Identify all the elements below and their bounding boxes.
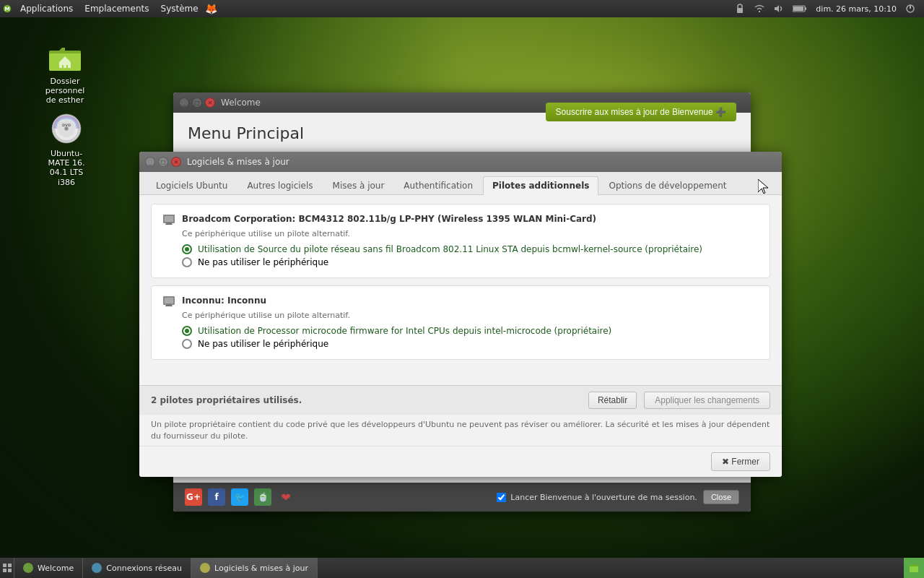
desktop: M Applications Emplacements Système 🦊 bbox=[0, 0, 924, 578]
battery-icon[interactable] bbox=[790, 4, 810, 13]
taskbar: Welcome Connexions réseau Logiciels & mi… bbox=[0, 558, 924, 578]
power-icon[interactable] bbox=[902, 4, 918, 14]
broadcom-driver-name: Broadcom Corporation: BCM4312 802.11b/g … bbox=[182, 214, 596, 224]
inconnu-radio-2[interactable] bbox=[182, 339, 192, 349]
welcome-minimize-btn[interactable]: _ bbox=[179, 98, 189, 108]
svg-marker-3 bbox=[775, 5, 779, 12]
twitter-icon[interactable]: 🐦 bbox=[231, 488, 248, 506]
inconnu-option-2[interactable]: Ne pas utiliser le périphérique bbox=[182, 339, 759, 349]
panel-left: M Applications Emplacements Système 🦊 bbox=[0, 0, 732, 17]
tab-options-developpement[interactable]: Options de développement bbox=[599, 176, 736, 194]
tab-authentification[interactable]: Authentification bbox=[394, 176, 482, 194]
tab-autres-logiciels[interactable]: Autres logiciels bbox=[237, 176, 322, 194]
lock-icon[interactable] bbox=[732, 4, 748, 14]
broadcom-option-2-label: Ne pas utiliser le périphérique bbox=[198, 257, 328, 267]
inconnu-driver-name: Inconnu: Inconnu bbox=[182, 296, 266, 306]
welcome-footer: G+ f 🐦 🍵 ❤ Lancer Bienvenue à l'ouvertur… bbox=[173, 483, 751, 512]
welcome-title-text: Welcome bbox=[221, 98, 261, 108]
status-text: 2 pilotes propriétaires utilisés. bbox=[151, 395, 302, 405]
status-bar: 2 pilotes propriétaires utilisés. Rétabl… bbox=[139, 385, 782, 415]
emplacements-menu[interactable]: Emplacements bbox=[79, 0, 154, 17]
dvd-label: Ubuntu-MATE 16.04.1 LTS i386 bbox=[40, 149, 92, 187]
svg-rect-32 bbox=[3, 569, 6, 572]
retablir-button[interactable]: Rétablir bbox=[588, 392, 637, 409]
svg-rect-5 bbox=[805, 7, 806, 10]
taskbar-welcome-btn[interactable]: Welcome bbox=[14, 558, 83, 578]
broadcom-option-2[interactable]: Ne pas utiliser le périphérique bbox=[182, 257, 759, 267]
inconnu-driver-desc: Ce périphérique utilise un pilote altern… bbox=[182, 311, 759, 320]
svg-rect-24 bbox=[165, 224, 173, 225]
welcome-taskbar-icon bbox=[23, 563, 33, 573]
panel-right: dim. 26 mars, 10:10 bbox=[732, 4, 924, 14]
inconnu-driver-icon bbox=[162, 293, 176, 308]
broadcom-driver-icon bbox=[162, 212, 176, 226]
home-folder-label: Dossier personnelde esther bbox=[39, 77, 91, 105]
top-panel: M Applications Emplacements Système 🦊 bbox=[0, 0, 924, 17]
inconnu-radio-1[interactable] bbox=[182, 326, 192, 336]
mate-menu-icon[interactable]: M bbox=[0, 1, 14, 16]
software-body: Logiciels Ubuntu Autres logiciels Mises … bbox=[139, 172, 782, 477]
broadcom-radio-1[interactable] bbox=[182, 244, 192, 254]
software-minimize-btn[interactable]: _ bbox=[145, 157, 155, 167]
wifi-icon[interactable] bbox=[751, 4, 768, 14]
svg-rect-2 bbox=[737, 8, 743, 13]
apply-button[interactable]: Appliquer les changements bbox=[644, 392, 770, 409]
facebook-icon[interactable]: f bbox=[208, 488, 225, 506]
applications-menu[interactable]: Applications bbox=[14, 0, 79, 17]
broadcom-driver-desc: Ce périphérique utilise un pilote altern… bbox=[182, 229, 759, 238]
taskbar-connexions-btn[interactable]: Connexions réseau bbox=[83, 558, 191, 578]
subscribe-button[interactable]: Souscrire aux mises à jour de Bienvenue … bbox=[546, 103, 736, 121]
disclaimer-text: Un pilote propriétaire contient du code … bbox=[139, 415, 782, 446]
inconnu-driver-group: Inconnu: Inconnu Ce périphérique utilise… bbox=[151, 285, 770, 360]
svg-rect-28 bbox=[165, 306, 173, 306]
tab-content: Broadcom Corporation: BCM4312 802.11b/g … bbox=[139, 195, 782, 385]
software-titlebar: _ □ ✕ Logiciels & mises à jour bbox=[139, 152, 782, 172]
tab-mises-a-jour[interactable]: Mises à jour bbox=[323, 176, 394, 194]
software-maximize-btn[interactable]: □ bbox=[158, 157, 168, 167]
file-manager-taskbar-icon[interactable] bbox=[904, 558, 924, 578]
svg-rect-30 bbox=[3, 564, 6, 567]
svg-rect-26 bbox=[165, 298, 173, 303]
launch-welcome-label: Lancer Bienvenue à l'ouverture de ma ses… bbox=[497, 493, 697, 502]
fermer-button[interactable]: ✖ Fermer bbox=[711, 452, 770, 471]
connexions-taskbar-icon bbox=[92, 563, 102, 573]
show-desktop-btn[interactable] bbox=[0, 558, 14, 578]
software-title-text: Logiciels & mises à jour bbox=[187, 157, 289, 167]
software-window: _ □ ✕ Logiciels & mises à jour Logiciels… bbox=[139, 152, 782, 477]
desktop-icon-home[interactable]: Dossier personnelde esther bbox=[36, 36, 94, 108]
tab-logiciels-ubuntu[interactable]: Logiciels Ubuntu bbox=[147, 176, 237, 194]
inconnu-option-2-label: Ne pas utiliser le périphérique bbox=[198, 339, 328, 349]
software-window-controls: _ □ ✕ bbox=[145, 157, 181, 167]
taskbar-right bbox=[904, 558, 924, 578]
welcome-close-btn[interactable]: ✕ bbox=[205, 98, 215, 108]
logiciels-taskbar-icon bbox=[200, 563, 210, 573]
svg-rect-13 bbox=[64, 65, 66, 68]
broadcom-radio-2[interactable] bbox=[182, 257, 192, 267]
welcome-window-controls: _ □ ✕ bbox=[179, 98, 215, 108]
datetime-display[interactable]: dim. 26 mars, 10:10 bbox=[813, 4, 899, 14]
welcome-main-title: Menu Principal bbox=[188, 124, 736, 142]
tab-pilotes-additionnels[interactable]: Pilotes additionnels bbox=[483, 176, 598, 195]
svg-text:M: M bbox=[4, 6, 9, 12]
broadcom-option-1-label: Utilisation de Source du pilote réseau s… bbox=[198, 244, 702, 254]
systeme-menu[interactable]: Système bbox=[155, 0, 204, 17]
broadcom-option-1[interactable]: Utilisation de Source du pilote réseau s… bbox=[182, 244, 759, 254]
svg-rect-23 bbox=[166, 223, 172, 224]
inconnu-option-1[interactable]: Utilisation de Processor microcode firmw… bbox=[182, 326, 759, 336]
svg-rect-22 bbox=[165, 216, 173, 222]
launch-welcome-checkbox[interactable] bbox=[497, 493, 506, 502]
welcome-maximize-btn[interactable]: □ bbox=[192, 98, 202, 108]
inconnu-option-1-label: Utilisation de Processor microcode firmw… bbox=[198, 326, 611, 336]
svg-rect-27 bbox=[166, 304, 172, 306]
taskbar-logiciels-btn[interactable]: Logiciels & mises à jour bbox=[191, 558, 318, 578]
desktop-icon-dvd[interactable]: DVD Ubuntu-MATE 16.04.1 LTS i386 bbox=[38, 108, 95, 190]
software-close-btn[interactable]: ✕ bbox=[171, 157, 181, 167]
mate-social-icon[interactable]: 🍵 bbox=[254, 488, 271, 506]
volume-icon[interactable] bbox=[771, 4, 787, 14]
dvd-disc-icon: DVD bbox=[49, 111, 84, 146]
svg-rect-33 bbox=[8, 569, 12, 572]
google-plus-icon[interactable]: G+ bbox=[185, 488, 202, 506]
close-welcome-button[interactable]: Close bbox=[703, 490, 739, 504]
firefox-icon[interactable]: 🦊 bbox=[204, 1, 219, 16]
heart-icon[interactable]: ❤ bbox=[277, 488, 295, 506]
